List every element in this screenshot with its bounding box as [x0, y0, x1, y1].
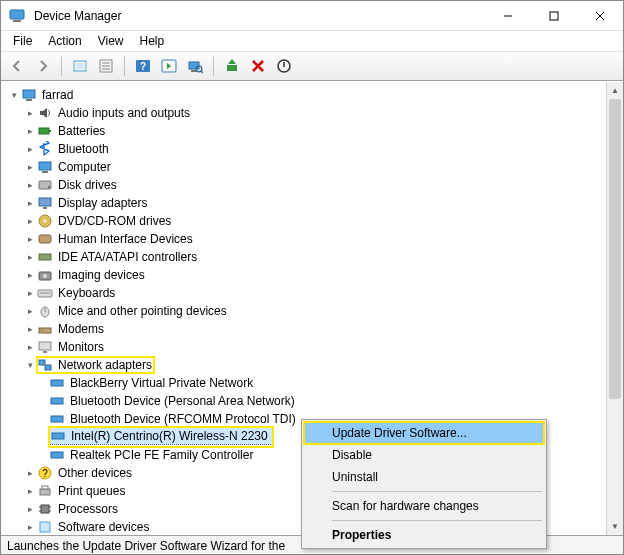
context-properties[interactable]: Properties [304, 524, 544, 546]
tree-item[interactable]: ▸Mice and other pointing devices [5, 302, 623, 320]
menu-help[interactable]: Help [132, 32, 173, 50]
context-update-driver[interactable]: Update Driver Software... [304, 422, 544, 444]
audio-icon [37, 105, 53, 121]
svg-point-38 [43, 274, 47, 278]
network-adapters-label: Network adapters [56, 357, 154, 373]
status-text: Launches the Update Driver Software Wiza… [7, 539, 285, 553]
tree-item[interactable]: ▸Batteries [5, 122, 623, 140]
app-icon [9, 8, 25, 24]
expand-icon[interactable]: ▸ [23, 340, 37, 354]
svg-rect-48 [45, 365, 51, 370]
expand-icon[interactable]: ▸ [23, 160, 37, 174]
software-device-icon [37, 519, 53, 535]
close-button[interactable] [577, 1, 623, 31]
tree-item[interactable]: ▸Computer [5, 158, 623, 176]
imaging-icon [37, 267, 53, 283]
tree-root-label: farrad [40, 87, 75, 103]
help-button[interactable]: ? [131, 54, 155, 78]
ide-icon [37, 249, 53, 265]
svg-text:?: ? [140, 61, 146, 72]
properties-button[interactable] [94, 54, 118, 78]
svg-point-34 [44, 220, 47, 223]
context-uninstall[interactable]: Uninstall [304, 466, 544, 488]
expand-icon[interactable]: ▸ [23, 286, 37, 300]
uninstall-button[interactable] [246, 54, 270, 78]
expand-icon[interactable]: ▸ [23, 304, 37, 318]
menu-file[interactable]: File [5, 32, 40, 50]
context-disable[interactable]: Disable [304, 444, 544, 466]
expand-icon[interactable]: ▸ [23, 502, 37, 516]
tree-item[interactable]: ▸Audio inputs and outputs [5, 104, 623, 122]
scan-hardware-button[interactable] [183, 54, 207, 78]
scroll-up-button[interactable]: ▲ [607, 82, 623, 99]
computer-icon [37, 159, 53, 175]
tree-item[interactable]: ▸IDE ATA/ATAPI controllers [5, 248, 623, 266]
battery-icon [37, 123, 53, 139]
svg-rect-3 [550, 12, 558, 20]
tree-item[interactable]: ▸Imaging devices [5, 266, 623, 284]
context-separator [332, 491, 542, 492]
tree-item[interactable]: ▸Disk drives [5, 176, 623, 194]
scrollbar-thumb[interactable] [609, 99, 621, 399]
expand-icon[interactable]: ▸ [23, 106, 37, 120]
tree-item[interactable]: ▸Keyboards [5, 284, 623, 302]
expand-icon[interactable]: ▸ [23, 142, 37, 156]
svg-rect-27 [39, 162, 51, 170]
svg-rect-15 [189, 62, 199, 69]
maximize-button[interactable] [531, 1, 577, 31]
network-adapter-icon [49, 375, 65, 391]
forward-button[interactable] [31, 54, 55, 78]
window-title: Device Manager [34, 9, 121, 23]
svg-rect-46 [43, 351, 47, 353]
expand-icon[interactable]: ▸ [23, 214, 37, 228]
menu-action[interactable]: Action [40, 32, 89, 50]
tree-item[interactable]: ▸DVD/CD-ROM drives [5, 212, 623, 230]
scroll-down-button[interactable]: ▼ [607, 518, 623, 535]
svg-rect-0 [10, 10, 24, 19]
keyboard-icon [37, 285, 53, 301]
tree-item[interactable]: ▸Monitors [5, 338, 623, 356]
menu-view[interactable]: View [90, 32, 132, 50]
collapse-icon[interactable]: ▾ [7, 88, 21, 102]
scrollbar-track[interactable] [607, 99, 623, 518]
expand-icon[interactable]: ▸ [23, 250, 37, 264]
svg-rect-28 [42, 171, 48, 173]
tree-item[interactable]: BlackBerry Virtual Private Network [5, 374, 623, 392]
tree-item[interactable]: ▸Human Interface Devices [5, 230, 623, 248]
tree-item-network-adapters[interactable]: ▾ Network adapters [5, 356, 623, 374]
expand-icon[interactable]: ▸ [23, 520, 37, 534]
expand-icon[interactable]: ▸ [23, 466, 37, 480]
tree-item[interactable]: ▸Bluetooth [5, 140, 623, 158]
minimize-button[interactable] [485, 1, 531, 31]
svg-rect-45 [39, 342, 51, 350]
expand-icon[interactable]: ▸ [23, 232, 37, 246]
update-driver-button[interactable] [220, 54, 244, 78]
collapse-icon[interactable]: ▾ [23, 358, 37, 372]
svg-rect-25 [39, 128, 49, 134]
expand-icon[interactable]: ▸ [23, 196, 37, 210]
svg-point-44 [41, 330, 43, 332]
expand-icon[interactable]: ▸ [23, 484, 37, 498]
context-scan[interactable]: Scan for hardware changes [304, 495, 544, 517]
svg-rect-24 [26, 99, 32, 101]
back-button[interactable] [5, 54, 29, 78]
display-icon [37, 195, 53, 211]
network-adapter-icon [50, 428, 66, 444]
tree-item[interactable]: ▸Display adapters [5, 194, 623, 212]
vertical-scrollbar[interactable]: ▲ ▼ [606, 82, 623, 535]
svg-rect-35 [39, 235, 51, 243]
svg-rect-54 [51, 452, 63, 458]
tree-root[interactable]: ▾ farrad [5, 86, 623, 104]
svg-rect-19 [227, 65, 237, 71]
disable-button[interactable] [272, 54, 296, 78]
expand-icon[interactable]: ▸ [23, 322, 37, 336]
tree-item[interactable]: ▸Modems [5, 320, 623, 338]
tree-item[interactable]: Bluetooth Device (Personal Area Network) [5, 392, 623, 410]
computer-icon [21, 87, 37, 103]
show-hidden-button[interactable] [68, 54, 92, 78]
expand-icon[interactable]: ▸ [23, 268, 37, 282]
expand-icon[interactable]: ▸ [23, 178, 37, 192]
action-button[interactable] [157, 54, 181, 78]
svg-point-30 [48, 186, 50, 188]
expand-icon[interactable]: ▸ [23, 124, 37, 138]
